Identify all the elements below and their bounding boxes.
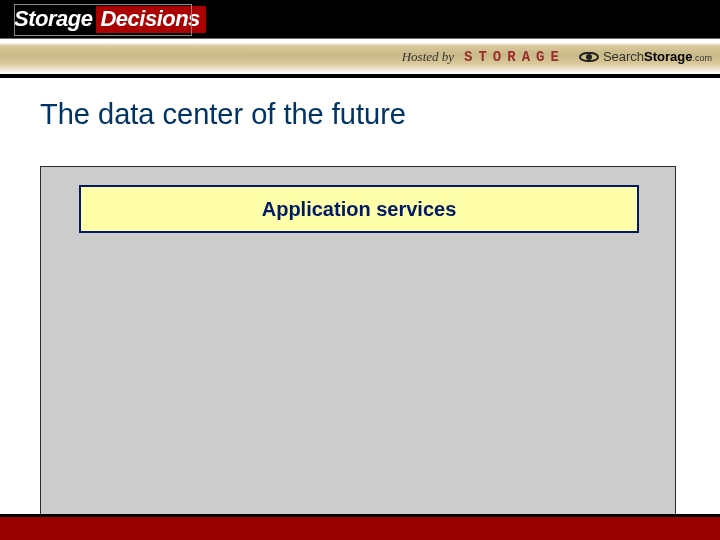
top-bar: StorageDecisions xyxy=(0,0,720,38)
brand-logo: StorageDecisions xyxy=(14,6,206,32)
eye-icon xyxy=(579,50,599,64)
hosted-by-label: Hosted by xyxy=(402,49,454,65)
storage-magazine-logo: STORAGE xyxy=(464,49,565,65)
application-services-label: Application services xyxy=(262,198,457,221)
application-services-box: Application services xyxy=(79,185,639,233)
header-divider xyxy=(0,74,720,78)
slide-content: The data center of the future Applicatio… xyxy=(0,98,720,131)
slide-title: The data center of the future xyxy=(40,98,720,131)
brand-word-storage: Storage xyxy=(14,6,92,31)
searchstorage-text: SearchStorage.com xyxy=(603,49,712,64)
footer-bar xyxy=(0,514,720,540)
brand-word-decisions: Decisions xyxy=(96,6,205,33)
searchstorage-logo: SearchStorage.com xyxy=(579,49,712,64)
hosted-by-strip: Hosted by STORAGE SearchStorage.com xyxy=(0,38,720,74)
diagram-panel: Application services xyxy=(40,166,676,516)
